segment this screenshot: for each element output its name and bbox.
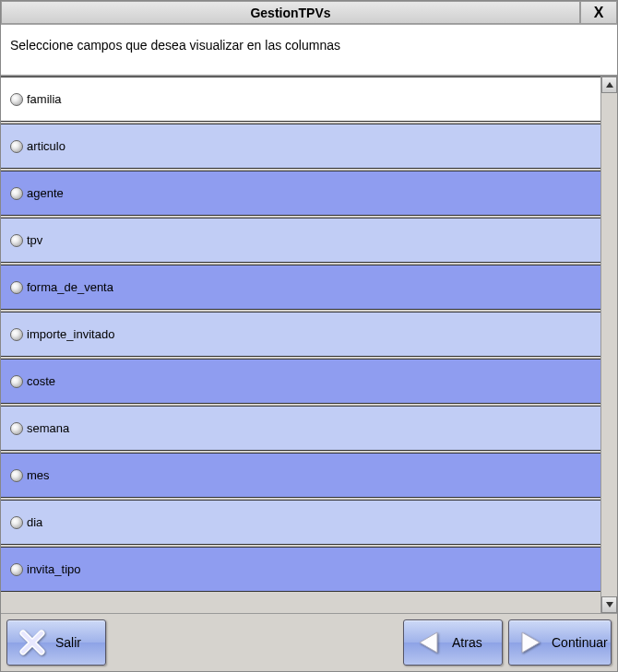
svg-marker-0 <box>606 82 613 88</box>
field-label: importe_invitado <box>27 327 114 341</box>
field-row[interactable]: familia <box>1 77 600 122</box>
radio-icon[interactable] <box>10 93 23 106</box>
field-label: familia <box>27 92 62 106</box>
titlebar: GestionTPVs X <box>1 1 617 25</box>
radio-icon[interactable] <box>10 234 23 247</box>
radio-icon[interactable] <box>10 375 23 388</box>
continuar-label: Continuar <box>552 635 608 650</box>
field-row[interactable]: importe_invitado <box>1 312 600 357</box>
arrow-right-icon <box>518 629 542 656</box>
arrow-left-icon <box>415 629 443 656</box>
radio-icon[interactable] <box>10 469 23 482</box>
field-row[interactable]: semana <box>1 406 600 451</box>
x-icon <box>18 629 46 656</box>
app-window: GestionTPVs X Seleccione campos que dese… <box>0 0 618 672</box>
field-label: forma_de_venta <box>27 280 113 294</box>
radio-icon[interactable] <box>10 140 23 153</box>
window-title: GestionTPVs <box>1 1 580 24</box>
radio-icon[interactable] <box>10 187 23 200</box>
footer-spacer <box>112 619 398 666</box>
field-label: articulo <box>27 139 65 153</box>
scroll-track[interactable] <box>601 93 617 596</box>
field-row[interactable]: invita_tipo <box>1 547 600 592</box>
svg-marker-3 <box>522 632 540 653</box>
arrow-down-icon <box>606 602 613 607</box>
svg-marker-2 <box>420 632 437 653</box>
field-label: semana <box>27 421 69 435</box>
content-area: familiaarticuloagentetpvforma_de_ventaim… <box>1 76 617 613</box>
field-label: tpv <box>27 233 42 247</box>
salir-label: Salir <box>55 635 81 650</box>
field-row[interactable]: tpv <box>1 218 600 263</box>
field-row[interactable]: dia <box>1 500 600 545</box>
field-row[interactable]: mes <box>1 453 600 498</box>
arrow-up-icon <box>606 82 613 88</box>
scroll-down-button[interactable] <box>601 596 617 613</box>
field-row[interactable]: agente <box>1 171 600 216</box>
field-row[interactable]: forma_de_venta <box>1 265 600 310</box>
radio-icon[interactable] <box>10 281 23 294</box>
radio-icon[interactable] <box>10 563 23 576</box>
continuar-button[interactable]: Continuar <box>508 619 612 666</box>
footer: Salir Atras Continuar <box>1 613 617 671</box>
field-label: dia <box>27 515 42 529</box>
salir-button[interactable]: Salir <box>6 619 106 666</box>
svg-marker-1 <box>606 602 613 607</box>
field-label: agente <box>27 186 64 200</box>
atras-label: Atras <box>452 635 482 650</box>
close-button[interactable]: X <box>580 1 617 24</box>
field-label: coste <box>27 374 55 388</box>
scroll-up-button[interactable] <box>601 77 617 93</box>
field-row[interactable]: articulo <box>1 124 600 169</box>
atras-button[interactable]: Atras <box>403 619 503 666</box>
radio-icon[interactable] <box>10 422 23 435</box>
radio-icon[interactable] <box>10 516 23 529</box>
scrollbar[interactable] <box>600 77 617 613</box>
field-row[interactable]: coste <box>1 359 600 404</box>
field-label: invita_tipo <box>27 562 81 576</box>
field-label: mes <box>27 468 50 482</box>
instructions-text: Seleccione campos que desea visualizar e… <box>1 25 617 76</box>
field-list: familiaarticuloagentetpvforma_de_ventaim… <box>1 77 600 613</box>
radio-icon[interactable] <box>10 328 23 341</box>
